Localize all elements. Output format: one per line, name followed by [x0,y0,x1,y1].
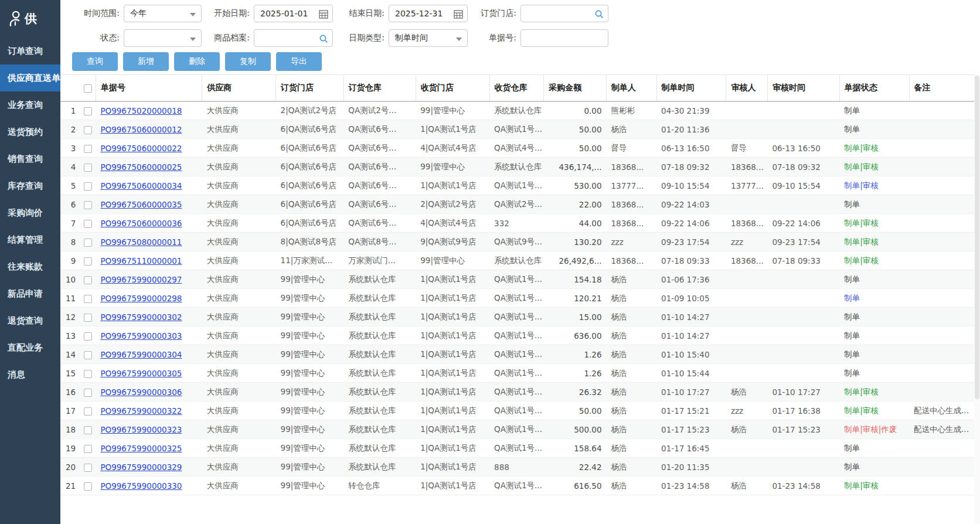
row-checkbox[interactable] [84,201,92,209]
row-checkbox[interactable] [84,370,92,378]
order-warehouse-cell: 系统默认仓库 [343,458,416,477]
row-checkbox[interactable] [84,145,92,153]
doc-no-link[interactable]: PO99675080000011 [100,237,182,247]
search-icon[interactable] [594,9,604,19]
doc-no-link[interactable]: PO99675990000330 [100,481,182,491]
row-checkbox[interactable] [84,314,92,322]
doc-no-link[interactable]: PO99675060000012 [100,125,182,134]
doc-no-link[interactable]: PO99675990000322 [100,406,182,416]
row-checkbox[interactable] [84,295,92,303]
row-checkbox-cell [79,120,96,139]
sidebar-item-0[interactable]: 订单查询 [0,38,60,64]
status-select[interactable] [124,29,202,47]
doc-no-link[interactable]: PO99675990000323 [100,425,182,434]
audit-time-cell: 09-22 14:06 [767,214,839,233]
doc-no-cell: PO99675110000001 [96,251,202,270]
doc-no-link[interactable]: PO99675990000297 [100,275,182,284]
row-checkbox[interactable] [84,332,92,341]
row-checkbox[interactable] [84,257,92,266]
row-checkbox[interactable] [84,351,92,359]
row-checkbox[interactable] [84,220,92,228]
row-checkbox[interactable] [84,426,92,434]
toolbar-button-4[interactable]: 导出 [276,52,322,71]
sidebar-item-8[interactable]: 往来账款 [0,253,60,280]
sidebar-item-5[interactable]: 库存查询 [0,172,60,199]
row-checkbox[interactable] [84,389,92,397]
auditor-cell: 杨浩 [726,383,767,401]
search-icon[interactable] [319,34,328,43]
doc-no-link[interactable]: PO99675060000034 [100,181,182,190]
calendar-icon[interactable] [454,9,463,19]
doc-no-cell: PO99675060000036 [96,214,202,233]
doc-no-link[interactable]: PO99675990000305 [100,369,182,378]
doc-no-link[interactable]: PO99675060000025 [100,162,182,172]
doc-no-link[interactable]: PO99675990000306 [100,387,182,397]
maker-cell: 杨浩 [606,345,656,364]
doc-no-input[interactable] [521,30,608,46]
order-warehouse-cell: 系统默认仓库 [343,420,416,439]
row-checkbox[interactable] [84,464,92,472]
sidebar-item-3[interactable]: 送货预约 [0,118,60,145]
vertical-scrollbar[interactable] [974,74,980,524]
supplier-cell: 大供应商 [202,101,276,120]
order-warehouse-cell: 万家测试门... [343,251,416,270]
row-checkbox[interactable] [84,276,92,284]
order-store-cell: 99|管理中心 [276,383,344,401]
sidebar-item-11[interactable]: 直配业务 [0,334,60,361]
supplier-cell: 大供应商 [202,326,276,345]
doc-no-link[interactable]: PO99675990000303 [100,331,182,341]
auditor-cell [726,101,767,120]
time-range-select[interactable]: 今年 [124,5,202,22]
doc-no-link[interactable]: PO99675990000302 [100,312,182,322]
sidebar-item-10[interactable]: 退货查询 [0,307,60,334]
row-checkbox[interactable] [84,239,92,247]
sidebar-item-12[interactable]: 消息 [0,361,60,388]
row-checkbox[interactable] [84,482,92,491]
row-checkbox[interactable] [84,445,92,453]
status-cell: 制单 [839,289,909,308]
sidebar-item-7[interactable]: 结算管理 [0,226,60,253]
doc-no-link[interactable]: PO99675990000304 [100,350,182,359]
row-checkbox[interactable] [84,182,92,190]
doc-no-link[interactable]: PO99675060000022 [100,144,182,153]
toolbar-button-3[interactable]: 复制 [225,52,271,71]
sidebar-item-4[interactable]: 销售查询 [0,145,60,172]
sidebar-item-1[interactable]: 供应商直送单 [0,64,60,91]
row-checkbox[interactable] [84,126,92,134]
receive-warehouse-cell: QA测试1号... [489,439,544,458]
amount-cell: 500.00 [544,420,607,439]
amount-cell: 120.21 [544,289,607,308]
sidebar-item-2[interactable]: 业务查询 [0,91,60,118]
row-checkbox[interactable] [84,407,92,416]
row-checkbox[interactable] [84,164,92,172]
sidebar-item-6[interactable]: 采购询价 [0,199,60,226]
receive-warehouse-cell: QA测试1号... [489,477,544,495]
doc-no-link[interactable]: PO99675990000325 [100,444,182,453]
calendar-icon[interactable] [319,9,328,19]
sidebar-item-9[interactable]: 新品申请 [0,280,60,307]
receive-store-cell: 1|QA测试1号店 [416,439,489,458]
date-type-select[interactable]: 制单时间 [389,29,468,47]
scrollbar-thumb[interactable] [975,76,979,399]
doc-no-link[interactable]: PO99675110000001 [100,256,182,266]
doc-no-link[interactable]: PO99675060000035 [100,200,182,209]
toolbar-button-2[interactable]: 删除 [174,52,220,71]
status-cell: 制单|审核 [839,214,909,233]
row-number-header [60,75,79,101]
audit-time-cell [767,120,839,139]
toolbar-button-1[interactable]: 新增 [123,52,169,71]
table-row: 7PO99675060000036大供应商6|QA测试6号店QA测试6号...4… [60,214,974,233]
row-checkbox[interactable] [84,107,92,115]
doc-no-link[interactable]: PO99675990000329 [100,462,182,472]
toolbar-button-0[interactable]: 查询 [72,52,118,71]
receive-warehouse-cell: QA测试1号... [489,289,544,308]
row-checkbox-cell [79,158,96,176]
doc-no-cell: PO99675990000330 [96,477,202,495]
doc-no-link[interactable]: PO99675990000298 [100,294,182,303]
doc-no-link[interactable]: PO99675020000018 [100,106,182,115]
maker-cell: 熊彬彬 [606,101,656,120]
order-store-cell: 99|管理中心 [276,439,344,458]
select-all-checkbox[interactable] [84,84,92,93]
auditor-cell [726,364,767,383]
doc-no-link[interactable]: PO99675060000036 [100,219,182,228]
